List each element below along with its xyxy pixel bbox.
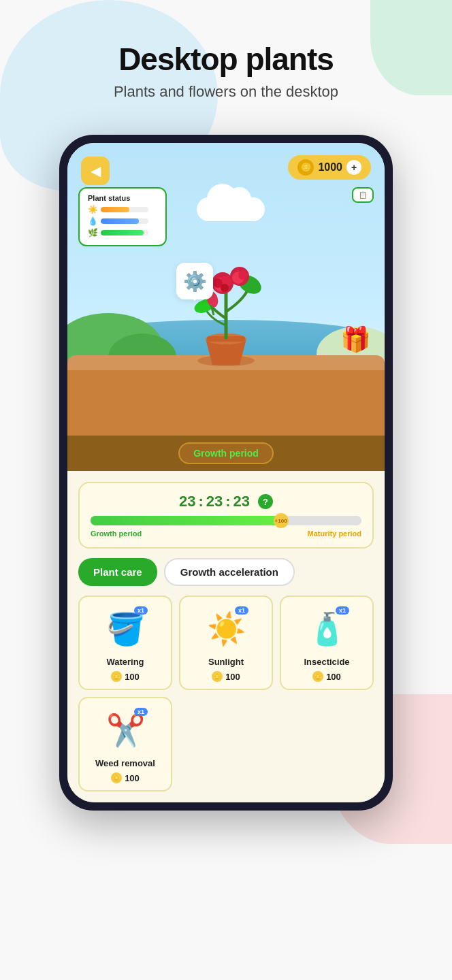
- progress-bar-fill: +100: [91, 516, 280, 525]
- insecticide-coin-icon: 🪙: [312, 671, 323, 682]
- watering-badge: x1: [134, 606, 148, 615]
- sun-status-bar: [101, 207, 148, 212]
- coin-display[interactable]: 🪙 1000 +: [288, 155, 371, 180]
- item-insecticide[interactable]: 🧴 x1 Insecticide 🪙 100: [280, 595, 374, 690]
- ground: [67, 368, 385, 436]
- watering-can-icon: 🪣: [106, 610, 145, 647]
- water-status-icon: 💧: [88, 216, 98, 226]
- sunlight-price: 🪙 100: [212, 671, 240, 682]
- timer-help-button[interactable]: ?: [258, 494, 273, 509]
- timer-sep1: :: [198, 493, 203, 510]
- sunlight-badge: x1: [235, 606, 248, 615]
- coin-icon: 🪙: [297, 159, 314, 176]
- back-icon: ◀: [91, 163, 101, 179]
- phone-container: ◀ 🪙 1000 + Plant status ☀️: [0, 135, 452, 838]
- game-scene: ◀ 🪙 1000 + Plant status ☀️: [67, 143, 385, 436]
- gift-box[interactable]: 🎁: [340, 325, 371, 354]
- back-button[interactable]: ◀: [81, 157, 110, 185]
- watering-coin-icon: 🪙: [111, 671, 122, 682]
- progress-coin: +100: [274, 513, 289, 528]
- timer-display: 23 : 23 : 23 ?: [91, 493, 361, 510]
- timer-seconds: 23: [233, 493, 250, 510]
- items-row2: ✂️ x1 Weed removal 🪙 100: [78, 697, 374, 791]
- leaf-status-icon: 🌿: [88, 228, 98, 238]
- progress-labels: Growth period Maturity period: [91, 529, 361, 538]
- weed-removal-icon-wrap: ✂️ x1: [101, 706, 149, 754]
- timer-section: 23 : 23 : 23 ? +100: [78, 482, 374, 549]
- sun-status-icon: ☀️: [88, 205, 98, 214]
- header: Desktop plants Plants and flowers on the…: [0, 0, 452, 114]
- sun-speech-bubble: ⚙️: [176, 263, 213, 299]
- coin-amount: 1000: [318, 161, 342, 174]
- sunlight-name: Sunlight: [208, 657, 244, 667]
- status-row-water: 💧: [88, 216, 157, 226]
- water-status-fill: [101, 218, 139, 224]
- leaf-status-bar: [101, 230, 148, 235]
- insecticide-price: 🪙 100: [312, 671, 341, 682]
- leaf-status-fill: [101, 230, 144, 235]
- growth-banner-text: Growth period: [193, 448, 259, 459]
- weed-removal-price: 🪙 100: [111, 772, 140, 783]
- progress-container: +100: [91, 516, 361, 525]
- insecticide-icon: 🧴: [308, 610, 346, 647]
- status-row-sun: ☀️: [88, 205, 157, 214]
- app-title: Desktop plants: [14, 41, 438, 78]
- sunlight-coin-icon: 🪙: [212, 671, 223, 682]
- insecticide-badge: x1: [336, 606, 349, 615]
- status-row-leaf: 🌿: [88, 228, 157, 238]
- watering-name: Watering: [106, 657, 144, 667]
- weed-removal-badge: x1: [134, 708, 148, 716]
- growth-banner-inner: Growth period: [178, 442, 274, 464]
- plant-status-card: Plant status ☀️ 💧 🌿: [78, 187, 167, 246]
- sun-status-fill: [101, 207, 129, 212]
- weed-removal-price-value: 100: [125, 773, 140, 783]
- coin-plus-button[interactable]: +: [346, 160, 361, 175]
- phone-screen: ◀ 🪙 1000 + Plant status ☀️: [67, 143, 385, 802]
- watering-price-value: 100: [125, 672, 140, 682]
- weed-removal-coin-icon: 🪙: [111, 772, 122, 783]
- timer-minutes: 23: [206, 493, 223, 510]
- content-area: 23 : 23 : 23 ? +100: [67, 471, 385, 802]
- phone-mockup: ◀ 🪙 1000 + Plant status ☀️: [59, 135, 393, 811]
- water-status-bar: [101, 218, 148, 224]
- svg-point-13: [238, 270, 248, 280]
- tab-growth-acceleration[interactable]: Growth acceleration: [164, 558, 295, 586]
- progress-bar-bg: +100: [91, 516, 361, 525]
- item-weed-removal[interactable]: ✂️ x1 Weed removal 🪙 100: [78, 697, 172, 791]
- watering-price: 🪙 100: [111, 671, 140, 682]
- insecticide-price-value: 100: [326, 672, 341, 682]
- svg-point-10: [221, 284, 229, 292]
- timer-hours: 23: [179, 493, 195, 510]
- notification-badge[interactable]: 📋: [352, 187, 374, 203]
- cloud: [197, 197, 265, 221]
- sunlight-icon-wrap: ☀️ x1: [202, 605, 250, 653]
- plant-status-title: Plant status: [88, 194, 157, 202]
- label-maturity: Maturity period: [308, 529, 361, 538]
- sunlight-price-value: 100: [225, 672, 240, 682]
- growth-banner: Growth period: [67, 436, 385, 471]
- label-growth: Growth period: [91, 529, 142, 538]
- weed-removal-name: Weed removal: [95, 758, 155, 768]
- item-sunlight[interactable]: ☀️ x1 Sunlight 🪙 100: [179, 595, 273, 690]
- tab-plant-care[interactable]: Plant care: [78, 558, 157, 586]
- insecticide-icon-wrap: 🧴 x1: [303, 605, 351, 653]
- watering-icon-wrap: 🪣 x1: [101, 605, 149, 653]
- timer-sep2: :: [225, 493, 230, 510]
- sun-bubble-icon: ⚙️: [183, 270, 207, 293]
- tabs: Plant care Growth acceleration: [78, 558, 374, 586]
- weed-removal-icon: ✂️: [106, 712, 145, 749]
- sunlight-icon: ☀️: [207, 610, 246, 647]
- item-watering[interactable]: 🪣 x1 Watering 🪙 100: [78, 595, 172, 690]
- items-grid: 🪣 x1 Watering 🪙 100 ☀️ x1: [78, 595, 374, 690]
- insecticide-name: Insecticide: [304, 657, 349, 667]
- app-subtitle: Plants and flowers on the desktop: [14, 83, 438, 101]
